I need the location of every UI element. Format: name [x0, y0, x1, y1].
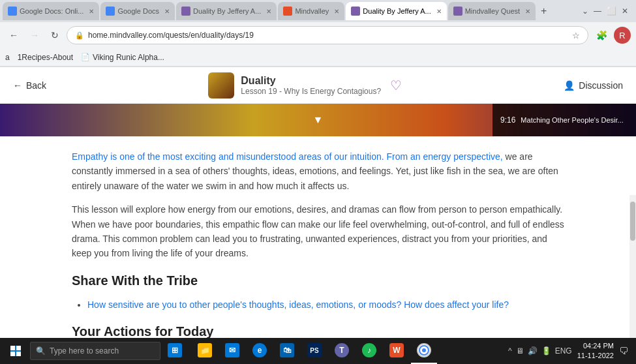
chrome-icon	[417, 343, 431, 357]
heart-button[interactable]: ♡	[390, 78, 402, 93]
tab-2[interactable]: Google Docs ✕	[100, 2, 175, 20]
address-bar-row: ← → ↻ 🔒 home.mindvalley.com/quests/en/du…	[0, 22, 636, 48]
content-area: Empathy is one of the most exciting and …	[0, 136, 636, 338]
amazon-icon: a	[5, 53, 10, 62]
address-bar[interactable]: 🔒 home.mindvalley.com/quests/en/duality/…	[67, 26, 588, 44]
tab-5[interactable]: Duality By Jeffery A... ✕	[346, 2, 446, 20]
page-content: ← Back Duality Lesson 19 - Why Is Energy…	[0, 67, 636, 338]
refresh-button[interactable]: ↻	[47, 27, 63, 43]
bullet-1-text: How sensitive are you to other people's …	[87, 299, 509, 310]
tab-5-close[interactable]: ✕	[436, 8, 442, 15]
taskbar-file-explorer[interactable]: 📁	[192, 338, 218, 364]
taskbar: 🔍 Type here to search ⊞ 📁 ✉ e 🛍 PS	[0, 338, 636, 364]
quest-info: Duality Lesson 19 - Why Is Energy Contag…	[208, 72, 381, 99]
extensions-button[interactable]: 🧩	[592, 27, 611, 44]
bookmark-viking[interactable]: 📄 Viking Runic Alpha...	[81, 53, 164, 62]
paragraph-2: This lesson will explore how energy from…	[72, 202, 564, 261]
tab-bar: Google Docs: Onli... ✕ Google Docs ✕ Dua…	[0, 0, 636, 22]
forward-nav-button[interactable]: →	[26, 27, 43, 43]
scrollbar[interactable]	[629, 195, 636, 338]
back-nav-button[interactable]: ←	[5, 27, 22, 43]
tab-1-favicon	[8, 7, 17, 16]
toolbar-icons: 🧩 R	[592, 27, 631, 44]
restore-icon[interactable]: ⬜	[607, 7, 616, 16]
file-explorer-icon: 📁	[198, 343, 212, 357]
taskbar-task-view[interactable]: ⊞	[162, 338, 188, 364]
taskbar-edge[interactable]: e	[247, 338, 273, 364]
system-tray: ^ 🖥 🔊 🔋 ENG 04:24 PM 11-11-2022 🗨	[508, 341, 633, 361]
app-header: ← Back Duality Lesson 19 - Why Is Energy…	[0, 67, 636, 104]
taskbar-spotify[interactable]: ♪	[356, 338, 382, 364]
tab-4[interactable]: Mindvalley ✕	[278, 2, 344, 20]
tab-1-close[interactable]: ✕	[89, 8, 94, 15]
tray-date-text: 11-11-2022	[577, 351, 614, 361]
tab-search-icon[interactable]: ⌄	[582, 7, 588, 16]
back-arrow-icon: ←	[13, 80, 22, 91]
task-view-icon: ⊞	[168, 343, 182, 357]
tab-4-close[interactable]: ✕	[334, 8, 339, 15]
back-label: Back	[26, 80, 46, 91]
tab-3-close[interactable]: ✕	[266, 8, 271, 15]
tab-6-favicon	[453, 7, 462, 16]
tab-4-favicon	[283, 7, 292, 16]
windows-icon	[10, 346, 21, 356]
bookmark-1recipes[interactable]: 1Recipes-About	[18, 53, 73, 62]
tray-chevron[interactable]: ^	[508, 346, 512, 356]
taskbar-chrome[interactable]	[411, 338, 437, 364]
tray-network-icon[interactable]: 🖥	[516, 346, 524, 356]
edge-icon: e	[252, 343, 267, 357]
tab-5-label: Duality By Jeffery A...	[363, 7, 431, 15]
browser-chrome: Google Docs: Onli... ✕ Google Docs ✕ Dua…	[0, 0, 636, 67]
profile-button[interactable]: R	[614, 27, 631, 44]
bookmark-star-icon[interactable]: ☆	[572, 31, 580, 40]
tray-battery-icon[interactable]: 🔋	[541, 346, 551, 356]
taskbar-teams[interactable]: T	[329, 338, 355, 364]
tab-6-close[interactable]: ✕	[525, 8, 530, 15]
taskbar-app7[interactable]: W	[384, 338, 410, 364]
video-strip[interactable]: ▼ 9:16 Matching Other People's Desir...	[0, 104, 636, 136]
tab-3[interactable]: Duality By Jeffery A... ✕	[176, 2, 277, 20]
taskbar-mail[interactable]: ✉	[219, 338, 245, 364]
tab-2-close[interactable]: ✕	[164, 8, 170, 15]
app7-icon: W	[389, 343, 404, 357]
video-time: 9:16	[500, 115, 515, 125]
taskbar-terminal[interactable]: PS	[301, 338, 327, 364]
tab-2-label: Google Docs	[117, 7, 159, 15]
tray-language: ENG	[555, 346, 572, 356]
search-icon: 🔍	[36, 346, 46, 356]
tab-1[interactable]: Google Docs: Onli... ✕	[3, 2, 99, 20]
start-button[interactable]	[3, 338, 29, 364]
tab-3-favicon	[181, 7, 190, 16]
address-bar-icons: ☆	[572, 31, 580, 40]
tray-sound-icon[interactable]: 🔊	[528, 346, 538, 356]
bookmark-viking-label: Viking Runic Alpha...	[93, 53, 164, 62]
bullet-1: How sensitive are you to other people's …	[87, 297, 564, 312]
taskbar-store[interactable]: 🛍	[274, 338, 300, 364]
back-button[interactable]: ← Back	[13, 80, 46, 91]
minimize-icon[interactable]: —	[594, 7, 601, 16]
tab-5-favicon	[351, 7, 360, 16]
tab-6[interactable]: Mindvalley Quest ✕	[448, 2, 536, 20]
tab-3-label: Duality By Jeffery A...	[193, 7, 261, 15]
tray-notification-icon[interactable]: 🗨	[619, 346, 628, 356]
search-box[interactable]: 🔍 Type here to search	[30, 342, 160, 360]
person-icon: 👤	[564, 80, 575, 91]
page-wrapper: Google Docs: Onli... ✕ Google Docs ✕ Dua…	[0, 0, 636, 364]
tab-4-label: Mindvalley	[295, 7, 329, 15]
main-content: Empathy is one of the most exciting and …	[0, 136, 636, 338]
bookmark-viking-icon: 📄	[81, 53, 90, 61]
tray-datetime: 04:24 PM 11-11-2022	[577, 341, 614, 361]
quest-thumbnail	[208, 72, 234, 99]
url-text[interactable]: home.mindvalley.com/quests/en/duality/da…	[88, 31, 568, 40]
bookmark-amazon[interactable]: a	[5, 53, 10, 62]
search-placeholder: Type here to search	[50, 346, 119, 356]
new-tab-button[interactable]: +	[537, 5, 551, 17]
close-window-icon[interactable]: ✕	[622, 7, 628, 16]
quest-title: Duality	[241, 75, 381, 87]
discussion-button[interactable]: 👤 Discussion	[564, 80, 623, 91]
paragraph-1: Empathy is one of the most exciting and …	[72, 149, 564, 193]
terminal-icon: PS	[307, 343, 322, 357]
mail-icon: ✉	[225, 343, 239, 357]
bookmark-1recipes-label: 1Recipes-About	[18, 53, 73, 62]
scrollbar-thumb[interactable]	[630, 202, 635, 241]
